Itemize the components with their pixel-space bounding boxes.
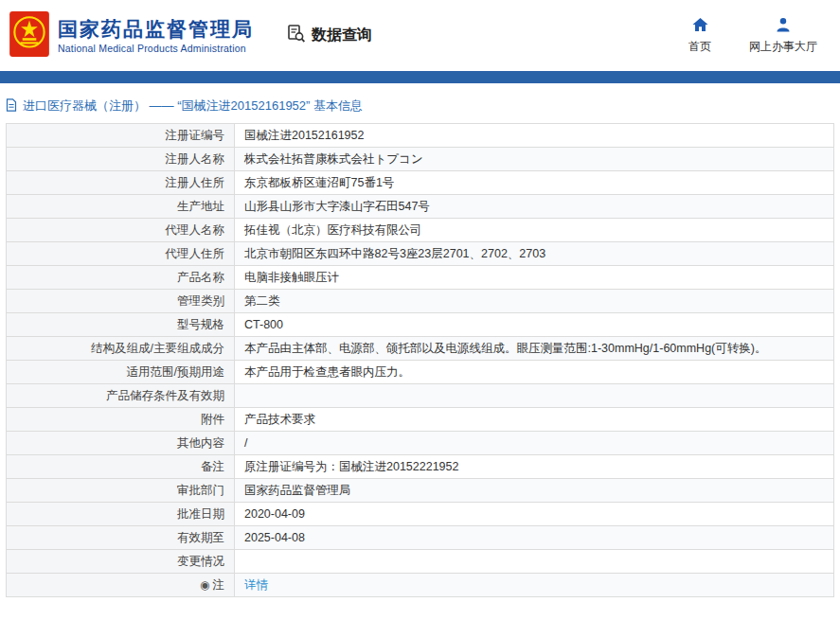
org-names: 国家药品监督管理局 National Medical Products Admi…: [58, 17, 254, 54]
registration-info-table: 注册证编号国械注进20152161952注册人名称株式会社拓普康株式会社トプコン…: [6, 123, 834, 597]
table-row: 其他内容/: [7, 432, 834, 455]
org-name-zh: 国家药品监督管理局: [58, 17, 254, 41]
national-emblem-icon: [9, 11, 49, 61]
row-label: 管理类别: [7, 290, 235, 313]
table-row: 管理类别第二类: [7, 290, 834, 313]
data-query-tab[interactable]: 数据查询: [286, 24, 372, 47]
table-row: 注册人名称株式会社拓普康株式会社トプコン: [7, 148, 834, 171]
logo-block: 国家药品监督管理局 National Medical Products Admi…: [9, 11, 254, 61]
row-label: 注册人名称: [7, 148, 235, 171]
row-value: 国家药品监督管理局: [235, 479, 834, 503]
table-row: 产品名称电脑非接触眼压计: [7, 266, 834, 290]
table-row: ◉注详情: [7, 574, 834, 597]
row-label: 型号规格: [7, 313, 235, 337]
table-row: 备注原注册证编号为：国械注进20152221952: [7, 455, 834, 479]
table-row: 注册证编号国械注进20152161952: [7, 124, 834, 148]
home-label: 首页: [688, 39, 711, 55]
row-value: 2020-04-09: [235, 503, 834, 526]
row-value: 株式会社拓普康株式会社トプコン: [235, 148, 834, 171]
row-label: 适用范围/预期用途: [7, 361, 235, 384]
row-label: 注册人住所: [7, 171, 235, 195]
row-value: 电脑非接触眼压计: [235, 266, 834, 290]
table-row: 适用范围/预期用途本产品用于检查患者眼内压力。: [7, 361, 834, 384]
row-value: 2025-04-08: [235, 526, 834, 550]
row-label: 产品名称: [7, 266, 235, 290]
table-row: 有效期至2025-04-08: [7, 526, 834, 550]
row-label: 注册证编号: [7, 124, 235, 148]
table-row: 代理人名称拓佳视（北京）医疗科技有限公司: [7, 219, 834, 242]
row-label: 生产地址: [7, 195, 235, 219]
table-row: 注册人住所东京都板桥区蓮沼町75番1号: [7, 171, 834, 195]
home-nav[interactable]: 首页: [683, 17, 717, 55]
user-icon: [776, 17, 791, 35]
row-label: 结构及组成/主要组成成分: [7, 337, 235, 361]
document-icon: [6, 98, 17, 115]
row-value: [235, 550, 834, 574]
table-row: 生产地址山形县山形市大字漆山字石田547号: [7, 195, 834, 219]
row-label: 批准日期: [7, 503, 235, 526]
row-value: 本产品用于检查患者眼内压力。: [235, 361, 834, 384]
row-value: 北京市朝阳区东四环中路82号3座23层2701、2702、2703: [235, 242, 834, 266]
breadcrumb-text: 进口医疗器械（注册） —— “国械注进20152161952” 基本信息: [23, 97, 363, 115]
service-hall-label: 网上办事大厅: [749, 39, 817, 55]
row-label: 产品储存条件及有效期: [7, 384, 235, 408]
data-query-icon: [286, 24, 306, 47]
row-value: 国械注进20152161952: [235, 124, 834, 148]
table-row: 代理人住所北京市朝阳区东四环中路82号3座23层2701、2702、2703: [7, 242, 834, 266]
row-label: 代理人名称: [7, 219, 235, 242]
info-table-body: 注册证编号国械注进20152161952注册人名称株式会社拓普康株式会社トプコン…: [7, 124, 834, 597]
header: 国家药品监督管理局 National Medical Products Admi…: [0, 0, 840, 71]
row-value: [235, 384, 834, 408]
home-icon: [692, 17, 708, 35]
row-label: 变更情况: [7, 550, 235, 574]
row-value: 拓佳视（北京）医疗科技有限公司: [235, 219, 834, 242]
row-label: 代理人住所: [7, 242, 235, 266]
row-value: 东京都板桥区蓮沼町75番1号: [235, 171, 834, 195]
table-row: 变更情况: [7, 550, 834, 574]
row-value: 山形县山形市大字漆山字石田547号: [235, 195, 834, 219]
row-label: 其他内容: [7, 432, 235, 455]
breadcrumb: 进口医疗器械（注册） —— “国械注进20152161952” 基本信息: [6, 97, 834, 115]
row-value: 详情: [235, 574, 834, 597]
table-row: 审批部门国家药品监督管理局: [7, 479, 834, 503]
row-label: 审批部门: [7, 479, 235, 503]
row-label: 备注: [7, 455, 235, 479]
row-value: 第二类: [235, 290, 834, 313]
header-divider-bar: [0, 71, 840, 83]
header-right-nav: 首页 网上办事大厅: [683, 17, 821, 55]
data-query-label: 数据查询: [312, 26, 372, 45]
table-row: 结构及组成/主要组成成分本产品由主体部、电源部、颌托部以及电源线组成。眼压测量范…: [7, 337, 834, 361]
table-row: 附件产品技术要求: [7, 408, 834, 432]
org-name-en: National Medical Products Administration: [58, 43, 254, 54]
row-label: ◉注: [7, 574, 235, 597]
table-row: 型号规格CT-800: [7, 313, 834, 337]
row-value: 本产品由主体部、电源部、颌托部以及电源线组成。眼压测量范围:1-30mmHg/1…: [235, 337, 834, 361]
row-label: 有效期至: [7, 526, 235, 550]
note-icon: ◉: [200, 579, 209, 591]
row-label: 附件: [7, 408, 235, 432]
row-value: 原注册证编号为：国械注进20152221952: [235, 455, 834, 479]
table-row: 产品储存条件及有效期: [7, 384, 834, 408]
service-hall-nav[interactable]: 网上办事大厅: [749, 17, 817, 55]
row-value: CT-800: [235, 313, 834, 337]
row-value: 产品技术要求: [235, 408, 834, 432]
detail-link[interactable]: 详情: [244, 578, 268, 592]
row-value: /: [235, 432, 834, 455]
table-row: 批准日期2020-04-09: [7, 503, 834, 526]
